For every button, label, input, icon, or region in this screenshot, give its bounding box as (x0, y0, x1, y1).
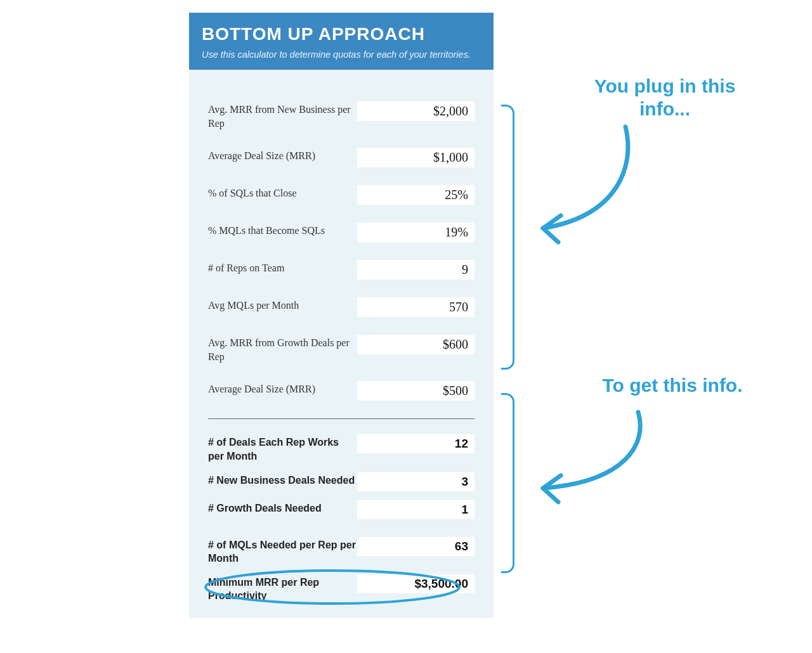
input-row-avg-deal-size-2: Average Deal Size (MRR) $500 (208, 381, 475, 401)
annotation-plug-in: You plug in this info... (582, 75, 747, 120)
output-row-growth: # Growth Deals Needed 1 (208, 500, 475, 519)
label-avg-deal-size: Average Deal Size (MRR) (208, 148, 357, 163)
input-row-mqls: Avg MQLs per Month 570 (208, 297, 475, 317)
output-bracket-icon (501, 393, 514, 573)
label-avg-mrr-new: Avg. MRR from New Business per Rep (208, 101, 357, 130)
output-row-min-mrr: Minimum MRR per Rep Productivity $3,500.… (208, 574, 475, 603)
value-avg-mrr-new[interactable]: $2,000 (357, 101, 475, 121)
input-row-reps: # of Reps on Team 9 (208, 260, 475, 280)
label-growth: # Growth Deals Needed (208, 500, 357, 515)
section-divider (208, 418, 475, 419)
label-avg-mrr-growth: Avg. MRR from Growth Deals per Rep (208, 335, 357, 363)
output-row-deals: # of Deals Each Rep Works per Month 12 (208, 434, 475, 463)
input-row-mql-sql: % MQLs that Become SQLs 19% (208, 223, 475, 242)
value-growth: 1 (357, 500, 475, 519)
value-mql-sql[interactable]: 19% (357, 223, 475, 242)
value-avg-deal-size[interactable]: $1,000 (357, 148, 475, 167)
panel-subtitle: Use this calculator to determine quotas … (202, 49, 481, 60)
arrow-top-icon (524, 120, 638, 254)
panel-header: BOTTOM UP APPROACH Use this calculator t… (189, 13, 494, 70)
label-mqls-needed: # of MQLs Needed per Rep per Month (208, 537, 357, 566)
input-row-avg-mrr-new: Avg. MRR from New Business per Rep $2,00… (208, 101, 475, 130)
value-deals: 12 (357, 434, 475, 453)
value-avg-mrr-growth[interactable]: $600 (357, 335, 475, 354)
value-min-mrr: $3,500.00 (357, 574, 475, 593)
input-bracket-icon (501, 105, 514, 370)
value-sql-close[interactable]: 25% (357, 185, 475, 205)
label-reps: # of Reps on Team (208, 260, 357, 275)
output-row-new-biz: # New Business Deals Needed 3 (208, 472, 475, 491)
value-new-biz: 3 (357, 472, 475, 491)
label-sql-close: % of SQLs that Close (208, 185, 357, 200)
output-row-mqls-needed: # of MQLs Needed per Rep per Month 63 (208, 537, 475, 566)
input-row-avg-mrr-growth: Avg. MRR from Growth Deals per Rep $600 (208, 335, 475, 363)
input-row-avg-deal-size: Average Deal Size (MRR) $1,000 (208, 148, 475, 167)
input-row-sql-close: % of SQLs that Close 25% (208, 185, 475, 205)
label-new-biz: # New Business Deals Needed (208, 472, 357, 488)
panel-body: Avg. MRR from New Business per Rep $2,00… (189, 70, 494, 631)
label-min-mrr: Minimum MRR per Rep Productivity (208, 574, 357, 603)
value-avg-deal-size-2[interactable]: $500 (357, 381, 475, 401)
value-reps[interactable]: 9 (357, 260, 475, 280)
arrow-bottom-icon (524, 406, 651, 533)
calculator-panel: BOTTOM UP APPROACH Use this calculator t… (189, 13, 494, 618)
value-mqls-needed: 63 (357, 537, 475, 556)
panel-title: BOTTOM UP APPROACH (202, 24, 481, 44)
label-avg-deal-size-2: Average Deal Size (MRR) (208, 381, 357, 396)
label-mqls: Avg MQLs per Month (208, 297, 357, 313)
label-mql-sql: % MQLs that Become SQLs (208, 223, 357, 238)
value-mqls[interactable]: 570 (357, 297, 475, 317)
label-deals: # of Deals Each Rep Works per Month (208, 434, 357, 463)
annotation-get-info: To get this info. (577, 374, 768, 397)
